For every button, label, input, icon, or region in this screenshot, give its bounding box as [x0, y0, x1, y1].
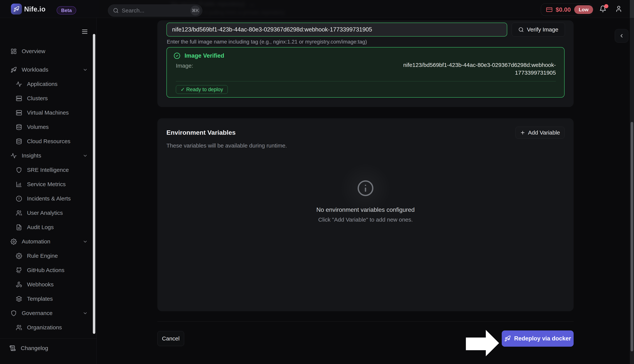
chevron-down-icon [83, 67, 88, 72]
redeploy-label: Redeploy via docker [514, 335, 571, 342]
plus-icon [520, 130, 525, 135]
add-variable-button[interactable]: Add Variable [516, 126, 565, 139]
scroll-icon [10, 345, 16, 352]
changelog-label: Changelog [21, 345, 48, 352]
sidebar-item-webhooks[interactable]: Webhooks [0, 278, 96, 290]
verify-image-button[interactable]: Verify Image [512, 22, 565, 36]
info-icon [357, 180, 374, 197]
page-scrollbar-thumb[interactable] [630, 122, 633, 352]
check-circle-icon [174, 52, 180, 59]
notification-dot [604, 4, 608, 8]
chevron-down-icon [83, 311, 88, 316]
credit-card-icon [546, 6, 552, 12]
empty-state-title: No environment variables configured [157, 206, 574, 213]
layers-icon [16, 296, 22, 302]
ready-to-deploy-badge: ✓ Ready to deploy [176, 85, 228, 94]
beta-badge: Beta [57, 6, 76, 14]
sidebar-item-audit-logs[interactable]: Audit Logs [0, 221, 96, 233]
activity-icon [11, 152, 17, 159]
sidebar-item-applications[interactable]: Applications [0, 78, 96, 90]
gear-icon [11, 238, 17, 245]
server-icon [16, 110, 22, 116]
cancel-button[interactable]: Cancel [157, 331, 184, 346]
sidebar-item-insights[interactable]: Insights [0, 150, 96, 162]
alert-icon [16, 196, 22, 202]
menu-icon [81, 28, 88, 35]
billing-balance[interactable]: $0.00 Low [541, 4, 592, 16]
add-variable-label: Add Variable [528, 130, 560, 136]
github-icon [16, 267, 22, 274]
database-icon [16, 124, 22, 130]
sidebar-item-service-metrics[interactable]: Service Metrics [0, 178, 96, 190]
empty-state-hint: Click "Add Variable" to add new ones. [157, 216, 574, 223]
image-input-helper: Enter the full image name including tag … [167, 39, 367, 45]
sidebar-item-overview[interactable]: Overview [0, 45, 96, 57]
image-value: nife123/bd569bf1-423b-44ac-80e3-029367d6… [386, 61, 556, 76]
sidebar-item-volumes[interactable]: Volumes [0, 121, 96, 133]
sidebar-item-changelog[interactable]: Changelog [10, 345, 48, 352]
activity-icon [16, 81, 22, 87]
sidebar-item-governance[interactable]: Governance [0, 307, 96, 319]
sidebar-item-organizations[interactable]: Organizations [0, 322, 96, 334]
server-icon [16, 95, 22, 102]
search-icon [113, 8, 119, 14]
search-input[interactable]: Search... ⌘K [108, 4, 202, 16]
sidebar-item-incidents-alerts[interactable]: Incidents & Alerts [0, 192, 96, 204]
image-verified-panel: Image Verified Image: nife123/bd569bf1-4… [166, 47, 565, 98]
annotation-arrow [466, 330, 499, 356]
sidebar: Overview Workloads Applications Clusters… [0, 0, 97, 364]
rocket-icon [11, 67, 17, 73]
sidebar-item-rule-engine[interactable]: Rule Engine [0, 250, 96, 262]
chart-icon [16, 181, 22, 188]
chevron-down-icon [83, 153, 88, 158]
collapse-panel-button[interactable] [615, 29, 628, 42]
sidebar-bottom-section: Changelog [0, 338, 96, 364]
docker-image-card: Verify Image Enter the full image name i… [157, 20, 574, 107]
search-placeholder: Search... [122, 7, 187, 14]
database-icon [16, 138, 22, 144]
billing-amount: $0.00 [556, 6, 571, 13]
environment-variables-subtitle: These variables will be available during… [166, 142, 287, 149]
image-verified-title-row: Image Verified [174, 52, 224, 59]
users-icon [16, 324, 22, 331]
sidebar-nav: Overview Workloads Applications Clusters… [0, 45, 96, 336]
webhook-icon [16, 282, 22, 288]
shield-icon [11, 310, 17, 316]
image-verified-title: Image Verified [184, 52, 224, 59]
rocket-icon [14, 6, 20, 12]
image-name-input[interactable] [166, 22, 507, 36]
sidebar-item-workloads[interactable]: Workloads [0, 64, 96, 76]
gear-icon [16, 253, 22, 259]
brand-name: Nife.io [24, 5, 46, 13]
billing-low-badge: Low [574, 5, 593, 14]
environment-variables-title: Environment Variables [166, 129, 236, 136]
shield-icon [16, 167, 22, 173]
sidebar-item-cloud-resources[interactable]: Cloud Resources [0, 135, 96, 147]
verified-panel-divider [176, 81, 556, 82]
sidebar-toggle-button[interactable] [81, 28, 89, 36]
search-shortcut: ⌘K [190, 6, 200, 16]
sidebar-item-sre-intelligence[interactable]: SRE Intelligence [0, 164, 96, 176]
topbar: Nife.io Beta Search... ⌘K $0.00 Low [0, 0, 634, 18]
sidebar-item-automation[interactable]: Automation [0, 236, 96, 248]
nife-logo[interactable] [11, 4, 22, 14]
redeploy-via-docker-button[interactable]: Redeploy via docker [502, 330, 574, 347]
image-label: Image: [176, 62, 193, 69]
chevron-down-icon [83, 239, 88, 244]
search-icon [518, 27, 524, 32]
user-icon [615, 5, 622, 12]
page-scrollbar-track-top [630, 0, 634, 18]
sidebar-scrollbar[interactable] [93, 34, 95, 334]
verify-image-label: Verify Image [527, 26, 558, 33]
users-icon [16, 210, 22, 216]
sidebar-item-user-analytics[interactable]: User Analytics [0, 207, 96, 219]
sidebar-item-virtual-machines[interactable]: Virtual Machines [0, 107, 96, 119]
chevron-left-icon [619, 33, 624, 38]
sidebar-item-templates[interactable]: Templates [0, 293, 96, 305]
sidebar-item-github-actions[interactable]: GitHub Actions [0, 264, 96, 276]
account-button[interactable] [615, 5, 623, 13]
layout-icon [11, 48, 17, 54]
environment-variables-card: Environment Variables Add Variable These… [157, 118, 574, 311]
sidebar-item-clusters[interactable]: Clusters [0, 92, 96, 104]
notifications-button[interactable] [599, 5, 607, 14]
